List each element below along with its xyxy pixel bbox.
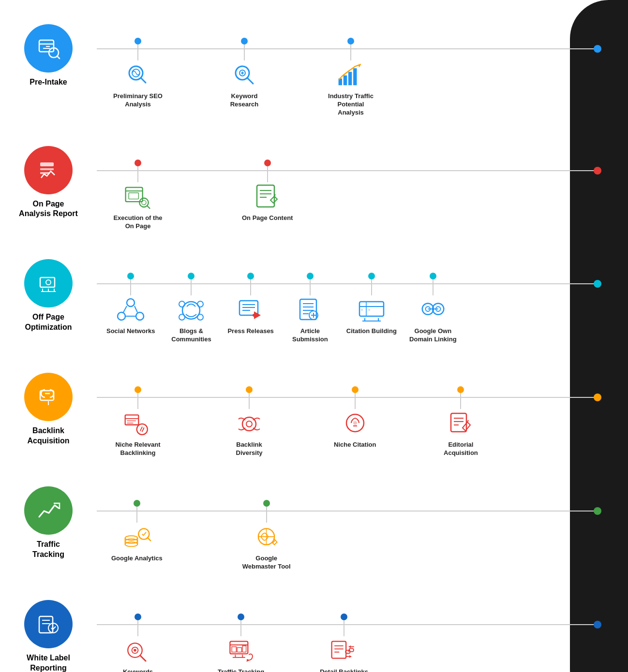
circle-traffic: [24, 486, 73, 535]
svg-rect-118: [242, 646, 246, 652]
circle-white-label: [24, 600, 73, 648]
section-off-page: Off PageOptimization: [0, 249, 628, 353]
line-area-off-page: Social Networks: [97, 259, 628, 344]
label-traffic: TrafficTracking: [32, 540, 64, 560]
blogs-icon: [177, 295, 206, 324]
backlink-diversity-icon: [235, 409, 264, 438]
label-pre-intake: Pre-Intake: [30, 77, 67, 88]
label-traffic-potential: Industry Traffic Potential Analysis: [324, 92, 377, 117]
svg-line-43: [135, 306, 137, 312]
svg-rect-106: [39, 616, 53, 633]
item-seo-analysis: Preliminary SEO Analysis: [111, 60, 164, 109]
svg-point-47: [197, 301, 203, 307]
svg-rect-24: [129, 192, 138, 199]
section-icon-backlink: BacklinkAcquisition: [0, 373, 97, 446]
social-icon: [116, 295, 145, 324]
line-area-on-page: Execution of the On Page: [97, 146, 628, 231]
backlink-report-icon: [329, 636, 359, 665]
svg-point-41: [136, 312, 144, 320]
circle-pre-intake: [24, 24, 73, 73]
label-webmaster: Google Webmaster Tool: [240, 555, 293, 571]
section-white-label: White LabelReporting K: [0, 590, 628, 672]
label-keyword-research: Keyword Research: [218, 92, 271, 109]
svg-point-89: [353, 421, 357, 425]
execution-icon: [123, 182, 152, 211]
label-google-domain: Google Own Domain Linking: [406, 327, 460, 344]
label-backlink-diversity: Backlink Diversity: [223, 441, 276, 457]
article-icon: [296, 295, 325, 324]
svg-rect-17: [353, 68, 357, 85]
keyword-icon: [230, 60, 259, 89]
item-backlink-report: Detail Backlinks Report: [317, 636, 371, 672]
svg-point-34: [46, 280, 51, 285]
item-execution-on-page: Execution of the On Page: [111, 182, 164, 231]
press-icon: [236, 295, 265, 324]
svg-rect-20: [40, 168, 54, 170]
svg-text:": ": [368, 308, 370, 314]
item-google-analytics: Google Analytics: [111, 523, 163, 563]
svg-rect-64: [359, 302, 384, 316]
label-article-submission: Article Submission: [284, 327, 337, 344]
svg-line-42: [123, 306, 127, 312]
svg-point-113: [134, 649, 136, 652]
section-backlink: BacklinkAcquisition: [0, 363, 628, 467]
seo-icon: [123, 60, 152, 89]
domain-icon: [419, 295, 448, 324]
label-google-analytics: Google Analytics: [111, 555, 163, 563]
svg-rect-117: [237, 647, 241, 652]
svg-line-101: [148, 538, 150, 541]
on-page-content-icon: [253, 182, 282, 211]
svg-rect-116: [232, 646, 236, 652]
line-area-pre-intake: Preliminary SEO Analysis Keyw: [97, 24, 628, 117]
svg-point-39: [127, 299, 135, 307]
circle-on-page: [24, 146, 73, 194]
svg-point-48: [179, 314, 185, 320]
svg-point-49: [197, 314, 203, 320]
svg-rect-15: [344, 75, 347, 85]
item-traffic-potential: Industry Traffic Potential Analysis: [324, 60, 377, 117]
main-content: Pre-Intake Preliminary: [0, 0, 628, 672]
svg-point-26: [142, 200, 146, 205]
label-seo-analysis: Preliminary SEO Analysis: [111, 92, 164, 109]
svg-point-84: [137, 424, 148, 435]
label-execution-on-page: Execution of the On Page: [111, 214, 164, 231]
analytics-icon: [122, 523, 151, 552]
label-backlink: BacklinkAcquisition: [27, 426, 69, 446]
editorial-icon: [446, 409, 475, 438]
citation-icon: " ": [357, 295, 386, 324]
section-icon-traffic: TrafficTracking: [0, 486, 97, 560]
svg-point-86: [246, 421, 252, 427]
label-traffic-report: Traffic Tracking: [218, 668, 264, 672]
line-area-white-label: Keywords Visibility Report: [97, 600, 628, 672]
label-editorial: Editorial Acquisition: [434, 441, 487, 457]
svg-point-55: [253, 314, 255, 317]
svg-rect-33: [40, 278, 55, 287]
svg-text:": ": [361, 308, 363, 314]
niche-backlink-icon: [123, 409, 152, 438]
label-white-label: White LabelReporting: [27, 653, 70, 672]
label-backlink-report: Detail Backlinks Report: [317, 668, 371, 672]
svg-line-8: [141, 78, 146, 83]
section-icon-white-label: White LabelReporting: [0, 600, 97, 672]
svg-line-94: [467, 420, 468, 422]
label-citation-building: Citation Building: [346, 327, 397, 336]
label-off-page: Off PageOptimization: [25, 312, 72, 333]
svg-point-40: [118, 312, 125, 320]
label-on-page-content: On Page Content: [242, 214, 293, 222]
item-niche-citation: Niche Citation: [334, 409, 376, 449]
label-niche-citation: Niche Citation: [334, 441, 376, 449]
line-area-traffic: Google Analytics: [97, 486, 628, 571]
item-traffic-report: Traffic Tracking: [218, 636, 264, 672]
svg-line-27: [147, 205, 150, 208]
section-icon-pre-intake: Pre-Intake: [0, 24, 97, 88]
svg-line-112: [140, 656, 146, 661]
svg-rect-28: [257, 185, 274, 207]
item-webmaster: Google Webmaster Tool: [240, 523, 293, 571]
svg-point-97: [125, 536, 137, 540]
traffic-report-icon: [226, 636, 255, 665]
label-niche-backlink: Niche Relevant Backlinking: [111, 441, 164, 457]
label-kw-visibility: Keywords Visibility Report: [111, 668, 164, 672]
item-editorial: Editorial Acquisition: [434, 409, 487, 457]
item-kw-visibility: Keywords Visibility Report: [111, 636, 164, 672]
section-pre-intake: Pre-Intake Preliminary: [0, 15, 628, 127]
